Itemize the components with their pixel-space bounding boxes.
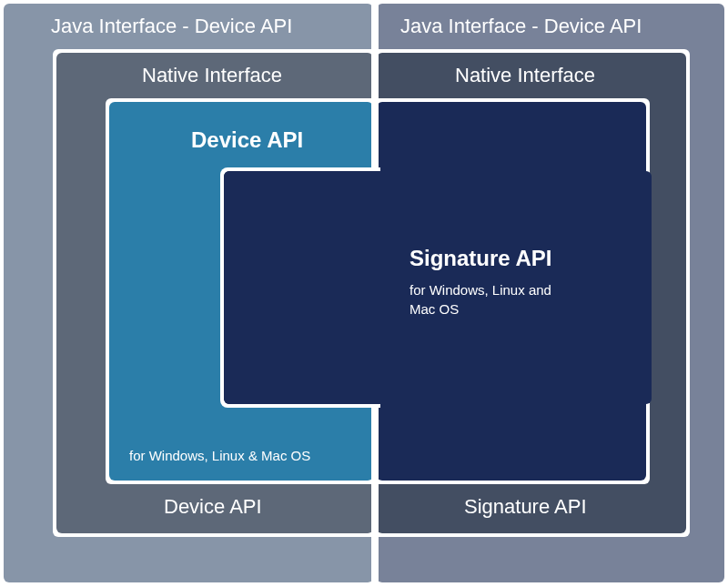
native-bottom-left-label: Device API — [164, 495, 262, 519]
native-interface-left-title: Native Interface — [142, 64, 282, 87]
signature-api-title: Signature API — [410, 246, 551, 271]
api-architecture-diagram: Java Interface - Device API Java Interfa… — [0, 0, 728, 587]
native-bottom-right-label: Signature API — [464, 495, 587, 519]
signature-plug — [224, 171, 380, 404]
java-interface-left-title: Java Interface - Device API — [51, 15, 292, 38]
device-api-subtitle: for Windows, Linux & Mac OS — [129, 446, 310, 465]
device-api-title: Device API — [191, 127, 303, 153]
java-interface-right-title: Java Interface - Device API — [400, 15, 642, 38]
signature-api-subtitle: for Windows, Linux and Mac OS — [410, 280, 573, 319]
native-interface-right-title: Native Interface — [455, 64, 595, 87]
